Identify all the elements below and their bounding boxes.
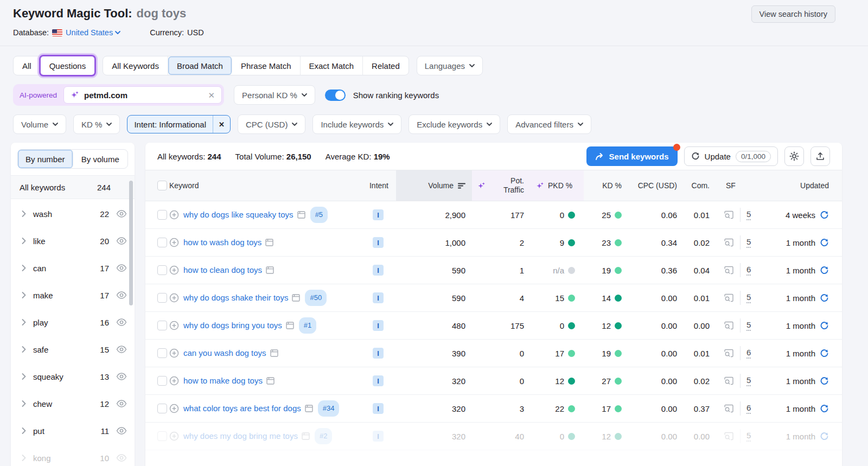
- keyword-link[interactable]: why does my dog bring me toys: [183, 431, 298, 441]
- tab-broad-match[interactable]: Broad Match: [168, 56, 232, 75]
- keyword-link[interactable]: why do dogs like squeaky toys: [183, 210, 293, 219]
- advanced-filters[interactable]: Advanced filters: [507, 114, 591, 134]
- include-keywords-filter[interactable]: Include keywords: [312, 114, 401, 134]
- serp-preview-icon[interactable]: [724, 293, 734, 303]
- serp-features-icon[interactable]: [270, 349, 278, 357]
- keyword-link[interactable]: why do dogs shake their toys: [183, 293, 288, 302]
- add-keyword-icon[interactable]: [169, 348, 179, 358]
- col-volume[interactable]: Volume: [396, 170, 472, 201]
- table-settings-button[interactable]: [784, 146, 804, 166]
- view-search-history-button[interactable]: View search history: [751, 5, 835, 23]
- expand-chevron-icon[interactable]: [22, 400, 26, 407]
- refresh-metrics-icon[interactable]: [820, 404, 829, 413]
- languages-dropdown[interactable]: Languages: [417, 56, 483, 75]
- eye-icon[interactable]: [116, 346, 127, 353]
- tab-by-volume[interactable]: By volume: [73, 150, 128, 168]
- tab-all-keywords[interactable]: All Keywords: [103, 56, 168, 75]
- keyword-group-row[interactable]: wash 22: [11, 200, 135, 227]
- sidebar-scrollbar[interactable]: [129, 181, 133, 305]
- row-checkbox[interactable]: [157, 376, 167, 386]
- send-keywords-button[interactable]: Send keywords: [586, 146, 678, 166]
- search-input[interactable]: [84, 91, 203, 100]
- eye-icon[interactable]: [116, 454, 127, 462]
- expand-chevron-icon[interactable]: [22, 427, 26, 434]
- add-keyword-icon[interactable]: [169, 293, 179, 303]
- select-all-checkbox[interactable]: [157, 181, 167, 190]
- row-checkbox[interactable]: [157, 404, 167, 413]
- sf-count[interactable]: 6: [746, 265, 751, 276]
- serp-features-icon[interactable]: [266, 266, 274, 274]
- serp-features-icon[interactable]: [265, 239, 273, 246]
- keyword-group-row[interactable]: like 20: [11, 227, 135, 254]
- tab-exact-match[interactable]: Exact Match: [301, 56, 363, 75]
- serp-preview-icon[interactable]: [724, 432, 734, 441]
- row-checkbox[interactable]: [157, 265, 167, 275]
- update-button[interactable]: Update 0/1,000: [684, 146, 778, 166]
- tab-related[interactable]: Related: [363, 56, 409, 75]
- add-keyword-icon[interactable]: [169, 321, 179, 330]
- tab-phrase-match[interactable]: Phrase Match: [232, 56, 301, 75]
- col-updated[interactable]: Updated: [762, 170, 842, 201]
- add-keyword-icon[interactable]: [169, 376, 179, 386]
- keyword-group-row[interactable]: squeaky 13: [11, 363, 135, 390]
- expand-chevron-icon[interactable]: [22, 455, 26, 461]
- row-checkbox[interactable]: [157, 348, 167, 358]
- keyword-link[interactable]: how to clean dog toys: [183, 265, 262, 275]
- add-keyword-icon[interactable]: [169, 238, 179, 247]
- serp-features-icon[interactable]: [286, 322, 294, 329]
- database-selector[interactable]: United States: [66, 28, 120, 37]
- eye-icon[interactable]: [116, 237, 127, 245]
- eye-icon[interactable]: [116, 400, 127, 407]
- row-checkbox[interactable]: [157, 321, 167, 330]
- expand-chevron-icon[interactable]: [22, 238, 26, 244]
- serp-preview-icon[interactable]: [724, 266, 734, 275]
- refresh-metrics-icon[interactable]: [820, 349, 829, 358]
- col-pot-traffic[interactable]: Pot. Traffic: [490, 170, 526, 201]
- col-pkd[interactable]: PKD %: [526, 170, 584, 201]
- personal-kd-dropdown[interactable]: Personal KD %: [234, 85, 315, 105]
- sf-count[interactable]: 5: [746, 237, 751, 248]
- serp-preview-icon[interactable]: [724, 238, 734, 247]
- keyword-group-row[interactable]: kong 10: [11, 444, 135, 466]
- all-keywords-row[interactable]: All keywords 244: [11, 175, 135, 199]
- col-com[interactable]: Com.: [680, 170, 712, 201]
- refresh-metrics-icon[interactable]: [820, 432, 829, 441]
- kd-filter[interactable]: KD %: [73, 114, 120, 134]
- keyword-link[interactable]: how to make dog toys: [183, 376, 263, 385]
- show-ranking-keywords-toggle[interactable]: [325, 90, 346, 101]
- row-checkbox[interactable]: [157, 431, 167, 441]
- sf-count[interactable]: 6: [746, 348, 751, 359]
- expand-chevron-icon[interactable]: [22, 292, 26, 298]
- export-button[interactable]: [810, 146, 830, 166]
- clear-search-icon[interactable]: ✕: [208, 91, 215, 99]
- eye-icon[interactable]: [116, 210, 127, 218]
- volume-filter[interactable]: Volume: [13, 114, 66, 134]
- expand-chevron-icon[interactable]: [22, 210, 26, 217]
- serp-features-icon[interactable]: [297, 211, 305, 219]
- expand-chevron-icon[interactable]: [22, 319, 26, 325]
- sf-count[interactable]: 6: [746, 403, 751, 414]
- col-intent[interactable]: Intent: [360, 170, 396, 201]
- sf-count[interactable]: 5: [746, 292, 751, 303]
- refresh-metrics-icon[interactable]: [820, 238, 829, 247]
- keyword-link[interactable]: what color toys are best for dogs: [183, 404, 301, 413]
- col-cpc[interactable]: CPC (USD): [626, 170, 680, 201]
- keyword-link[interactable]: why do dogs bring you toys: [183, 321, 282, 330]
- keyword-group-row[interactable]: play 16: [11, 309, 135, 336]
- sf-count[interactable]: 5: [746, 320, 751, 331]
- keyword-group-row[interactable]: can 17: [11, 254, 135, 282]
- row-checkbox[interactable]: [157, 293, 167, 303]
- tab-all[interactable]: All: [14, 56, 41, 75]
- sf-count[interactable]: 5: [746, 209, 751, 220]
- eye-icon[interactable]: [116, 264, 127, 272]
- serp-features-icon[interactable]: [266, 377, 275, 385]
- tab-by-number[interactable]: By number: [18, 150, 73, 168]
- add-keyword-icon[interactable]: [169, 404, 179, 413]
- serp-preview-icon[interactable]: [724, 404, 734, 413]
- search-input-wrap[interactable]: ✕: [63, 86, 222, 104]
- eye-icon[interactable]: [116, 291, 127, 299]
- keyword-link[interactable]: how to wash dog toys: [183, 238, 261, 247]
- serp-preview-icon[interactable]: [724, 376, 734, 386]
- add-keyword-icon[interactable]: [169, 210, 179, 220]
- serp-features-icon[interactable]: [292, 294, 300, 302]
